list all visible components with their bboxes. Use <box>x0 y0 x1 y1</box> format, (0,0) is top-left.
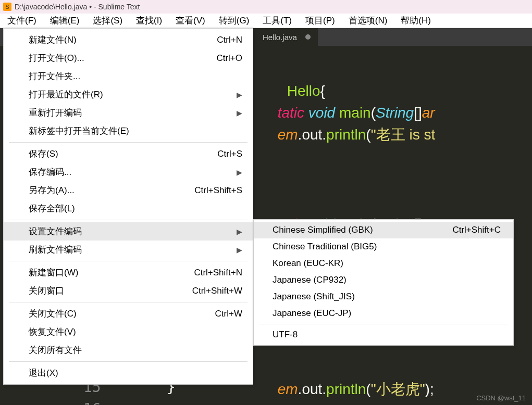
menu-item[interactable]: 保存编码...▶ <box>4 163 253 181</box>
menu-item-label: 刷新文件编码 <box>29 244 82 256</box>
menu-item-label: 新标签中打开当前文件(E) <box>29 125 129 137</box>
menu-item-label: 新建窗口(W) <box>29 267 78 279</box>
menu-item-label: 新建文件(N) <box>29 34 77 46</box>
menu-item[interactable]: 新建窗口(W)Ctrl+Shift+N <box>4 263 253 282</box>
menu-item[interactable]: 关闭文件(C)Ctrl+W <box>4 305 253 323</box>
menu-item[interactable]: 打开文件(O)...Ctrl+O <box>4 49 253 67</box>
chevron-right-icon: ▶ <box>237 168 242 176</box>
menu-bar: 文件(F) 编辑(E) 选择(S) 查找(I) 查看(V) 转到(G) 工具(T… <box>0 14 532 28</box>
menu-item-label: 打开文件(O)... <box>29 52 84 64</box>
token: out <box>302 381 322 397</box>
chevron-right-icon: ▶ <box>237 91 242 99</box>
token: . <box>322 381 326 397</box>
menu-help[interactable]: 帮助(H) <box>401 15 431 27</box>
token: out <box>302 126 322 143</box>
menu-item-label: 保存(S) <box>29 148 58 160</box>
menu-edit[interactable]: 编辑(E) <box>50 15 80 27</box>
encoding-submenu: Chinese Simplified (GBK)Ctrl+Shift+CChin… <box>253 219 514 346</box>
window-title: D:\javacode\Hello.java • - Sublime Text <box>15 3 140 11</box>
menu-view[interactable]: 查看(V) <box>176 15 205 27</box>
menu-goto[interactable]: 转到(G) <box>219 15 250 27</box>
app-icon: S <box>3 3 11 11</box>
submenu-item[interactable]: Japanese (Shift_JIS) <box>254 288 513 305</box>
token: "小老虎" <box>371 381 425 397</box>
menu-find[interactable]: 查找(I) <box>136 15 162 27</box>
submenu-item-label: UTF-8 <box>273 330 298 340</box>
submenu-item[interactable]: Chinese Traditional (BIG5) <box>254 238 513 255</box>
menu-item-label: 设置文件编码 <box>29 225 82 237</box>
menu-item[interactable]: 退出(X) <box>4 364 253 382</box>
token: println <box>326 126 366 143</box>
token: "老王 is st <box>371 126 436 143</box>
tab-label: Hello.java <box>263 33 297 42</box>
line-number: 16 <box>83 400 101 405</box>
menu-item-label: 退出(X) <box>29 367 58 379</box>
title-bar: S D:\javacode\Hello.java • - Sublime Tex… <box>0 0 532 14</box>
menu-shortcut: Ctrl+S <box>217 149 242 159</box>
menu-item[interactable]: 刷新文件编码▶ <box>4 241 253 259</box>
menu-shortcut: Ctrl+Shift+S <box>194 185 242 196</box>
menu-shortcut: Ctrl+O <box>216 53 242 64</box>
submenu-item[interactable]: Korean (EUC-KR) <box>254 255 513 272</box>
menu-item-label: 打开最近的文件(R) <box>29 88 103 100</box>
submenu-item[interactable]: Japanese (CP932) <box>254 272 513 288</box>
menu-select[interactable]: 选择(S) <box>93 15 122 27</box>
token: em <box>278 126 298 143</box>
menu-item-label: 打开文件夹... <box>29 70 80 82</box>
submenu-item-label: Chinese Simplified (GBK) <box>273 225 373 235</box>
token: println <box>326 381 366 397</box>
menu-item[interactable]: 设置文件编码▶ <box>4 222 253 241</box>
menu-item-label: 保存全部(L) <box>29 202 75 214</box>
submenu-item[interactable]: Chinese Simplified (GBK)Ctrl+Shift+C <box>254 222 513 238</box>
token: em <box>278 381 298 397</box>
menu-tools[interactable]: 工具(T) <box>263 15 292 27</box>
menu-item[interactable]: 新建文件(N)Ctrl+N <box>4 31 253 49</box>
menu-item-label: 另存为(A)... <box>29 184 75 196</box>
submenu-item-label: Japanese (Shift_JIS) <box>273 292 355 302</box>
submenu-item-label: Korean (EUC-KR) <box>273 258 343 269</box>
token: ); <box>425 381 434 397</box>
menu-item[interactable]: 打开文件夹... <box>4 67 253 85</box>
menu-item-label: 关闭所有文件 <box>29 344 82 356</box>
submenu-item-label: Japanese (EUC-JP) <box>273 308 351 319</box>
code-editor[interactable]: Hello{ tatic void main(String[]ar em.out… <box>253 46 288 243</box>
modified-dot-icon <box>305 34 311 40</box>
chevron-right-icon: ▶ <box>237 246 242 254</box>
menu-item-label: 重新打开编码 <box>29 107 82 119</box>
token: ( <box>366 126 370 143</box>
menu-shortcut: Ctrl+Shift+W <box>192 286 242 296</box>
menu-item[interactable]: 关闭窗口Ctrl+Shift+W <box>4 282 253 300</box>
menu-preferences[interactable]: 首选项(N) <box>349 15 388 27</box>
menu-file[interactable]: 文件(F) <box>7 15 36 27</box>
chevron-right-icon: ▶ <box>237 109 242 117</box>
tab-hello-java[interactable]: Hello.java <box>253 28 318 46</box>
menu-item[interactable]: 重新打开编码▶ <box>4 104 253 122</box>
menu-shortcut: Ctrl+N <box>217 35 242 45</box>
menu-item[interactable]: 新标签中打开当前文件(E) <box>4 122 253 140</box>
submenu-item[interactable]: Japanese (EUC-JP) <box>254 305 513 322</box>
menu-item[interactable]: 打开最近的文件(R)▶ <box>4 85 253 104</box>
file-menu-dropdown: 新建文件(N)Ctrl+N打开文件(O)...Ctrl+O打开文件夹...打开最… <box>3 28 253 385</box>
menu-shortcut: Ctrl+Shift+N <box>194 268 242 278</box>
menu-project[interactable]: 项目(P) <box>305 15 335 27</box>
chevron-right-icon: ▶ <box>237 227 242 236</box>
menu-item-label: 关闭文件(C) <box>29 308 77 320</box>
menu-item[interactable]: 关闭所有文件 <box>4 341 253 359</box>
watermark: CSDN @wst_11 <box>476 394 526 402</box>
menu-shortcut: Ctrl+Shift+C <box>452 225 501 235</box>
menu-item[interactable]: 保存全部(L) <box>4 199 253 218</box>
menu-item-label: 恢复文件(V) <box>29 326 76 338</box>
submenu-item-label: Chinese Traditional (BIG5) <box>273 242 377 252</box>
menu-item-label: 保存编码... <box>29 166 71 178</box>
token: ( <box>366 381 370 397</box>
submenu-item[interactable]: UTF-8 <box>254 326 513 343</box>
menu-item-label: 关闭窗口 <box>29 285 64 297</box>
menu-item[interactable]: 另存为(A)...Ctrl+Shift+S <box>4 181 253 199</box>
menu-shortcut: Ctrl+W <box>215 309 242 319</box>
submenu-item-label: Japanese (CP932) <box>273 275 347 285</box>
token: . <box>322 126 326 143</box>
menu-item[interactable]: 恢复文件(V) <box>4 323 253 341</box>
menu-item[interactable]: 保存(S)Ctrl+S <box>4 145 253 163</box>
